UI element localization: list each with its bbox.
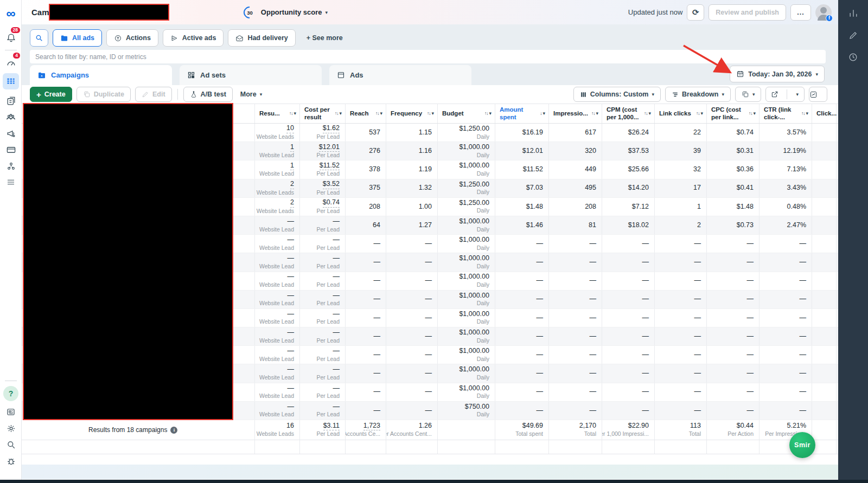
events-manager-share-icon[interactable] (0, 158, 22, 174)
column-menu-caret: ▾ (648, 111, 651, 116)
cell-results: —Website Lead (255, 364, 300, 382)
cell-spent: $49.69Total spent (495, 420, 549, 440)
cell-budget: $1,000.00Daily (438, 142, 495, 160)
tab-ads[interactable]: Ads (329, 65, 471, 85)
filter-all-ads-label: All ads (72, 34, 94, 42)
cell-ctr: 3.57% (760, 124, 812, 141)
breakdown-button[interactable]: Breakdown▾ (665, 87, 731, 102)
cell-link_clicks: 32 (655, 160, 707, 178)
column-header-cpm[interactable]: CPM (cost per 1,000...↑↓▾ (602, 104, 655, 123)
filter-actions[interactable]: Actions (106, 29, 158, 47)
opportunity-score-label[interactable]: Opportunity score (261, 8, 322, 16)
cell-reach: — (346, 327, 386, 345)
report-bug-icon[interactable] (0, 453, 22, 469)
cell-cost: —Per Lead (300, 327, 346, 345)
all-tools-menu-icon[interactable] (0, 174, 22, 190)
edit-pencil-icon[interactable] (848, 30, 858, 40)
cell-cpm: — (602, 291, 655, 308)
nav-divider (5, 381, 17, 381)
cell-clicks (812, 309, 837, 327)
audiences-people-icon[interactable] (0, 109, 22, 125)
column-header-clicks[interactable]: Click... (812, 104, 837, 123)
ab-test-button[interactable]: A/B test (183, 87, 233, 102)
columns-button[interactable]: Columns: Custom▾ (573, 87, 661, 102)
cell-cpc: — (707, 383, 760, 401)
filter-had-delivery[interactable]: Had delivery (228, 29, 295, 47)
refresh-button[interactable]: ⟳ (687, 4, 704, 21)
cell-spent: $1.46 (495, 216, 549, 234)
duplicate-button[interactable]: Duplicate (76, 87, 131, 102)
ads-manager-table-icon[interactable] (3, 73, 19, 89)
column-header-results[interactable]: Resu...↑↓▾ (255, 104, 300, 123)
insights-chart-icon[interactable] (848, 8, 859, 18)
cell-cost: —Per Lead (300, 364, 346, 382)
sort-icon: ↑↓ (749, 111, 752, 117)
smir-watermark-badge[interactable]: Smir (789, 432, 815, 458)
reports-icon (742, 91, 749, 98)
cell-frequency: 1.27 (386, 216, 438, 234)
date-range-button[interactable]: Today: Jan 30, 2026 ▾ (730, 66, 825, 82)
column-header-reach[interactable]: Reach↑↓▾ (346, 104, 386, 123)
export-button-group[interactable]: ▾ (765, 87, 805, 102)
review-publish-button[interactable]: Review and publish (709, 4, 786, 21)
filter-search-button[interactable] (30, 29, 48, 47)
create-button[interactable]: +Create (30, 87, 72, 102)
cell-impressions: — (549, 235, 602, 253)
edit-button[interactable]: Edit (135, 87, 172, 102)
column-header-budget[interactable]: Budget↑↓▾ (438, 104, 495, 123)
tab-ad-sets-label: Ad sets (200, 71, 226, 79)
cell-frequency: 1.15 (386, 124, 438, 141)
more-menu-button[interactable]: More▾ (240, 91, 262, 98)
notifications-bell-icon[interactable]: 28 (0, 29, 22, 46)
tab-campaigns[interactable]: Campaigns (30, 65, 172, 85)
search-filter-input[interactable] (30, 50, 826, 63)
cell-reach: — (346, 272, 386, 290)
settings-gear-icon[interactable] (0, 420, 22, 436)
column-header-cpc[interactable]: CPC (cost per link...↑↓▾ (707, 104, 760, 123)
column-header-impressions[interactable]: Impressio...↑↓▾ (549, 104, 602, 123)
chart-view-button[interactable] (809, 87, 827, 102)
column-header-cost[interactable]: Cost per result↑↓▾ (300, 104, 346, 123)
cell-results: —Website Lead (255, 402, 300, 420)
history-clock-icon[interactable] (848, 52, 858, 62)
cell-clicks (812, 216, 837, 234)
help-icon[interactable]: ? (0, 385, 22, 402)
column-header-frequency[interactable]: Frequency↑↓▾ (386, 104, 438, 123)
see-more-filters[interactable]: + See more (307, 34, 343, 42)
filter-all-ads[interactable]: All ads (53, 29, 102, 47)
cell-ctr: 7.13% (760, 160, 812, 178)
account-overview-gauge-icon[interactable]: 4 (0, 55, 22, 71)
cell-cost: $3.11Per Lead (300, 420, 346, 440)
avatar[interactable]: f (815, 4, 832, 21)
more-options-button[interactable]: ... (790, 4, 811, 21)
column-header-ctr[interactable]: CTR (link click-...↑↓▾ (760, 104, 812, 123)
column-menu-caret: ▾ (489, 111, 492, 116)
cell-cpm: — (602, 383, 655, 401)
cell-frequency: — (386, 235, 438, 253)
tab-ads-label: Ads (350, 71, 363, 79)
cell-link_clicks: — (655, 253, 707, 271)
billing-card-icon[interactable] (0, 141, 22, 158)
chevron-down-icon[interactable]: ▾ (326, 10, 328, 15)
cell-impressions: — (549, 291, 602, 308)
cell-impressions: — (549, 327, 602, 345)
date-range-label: Today: Jan 30, 2026 (748, 70, 812, 78)
reports-button[interactable]: ▾ (735, 87, 762, 102)
info-icon[interactable]: i (170, 427, 177, 434)
cell-ctr: — (760, 364, 812, 382)
column-menu-caret: ▾ (542, 111, 545, 116)
cell-cpm: $25.66 (602, 160, 655, 178)
cell-reach: — (346, 402, 386, 420)
pages-icon[interactable] (0, 93, 22, 109)
search-icon[interactable] (0, 436, 22, 453)
filter-active-ads[interactable]: Active ads (163, 29, 224, 47)
cell-cost: —Per Lead (300, 216, 346, 234)
updates-news-icon[interactable] (0, 404, 22, 420)
promotions-megaphone-icon[interactable] (0, 125, 22, 141)
column-menu-caret: ▾ (596, 111, 598, 116)
column-header-spent[interactable]: Amount spent↓▾ (495, 104, 549, 123)
column-menu-caret: ▾ (806, 111, 808, 116)
cell-budget: $1,000.00Daily (438, 383, 495, 401)
tab-ad-sets[interactable]: Ad sets (180, 65, 322, 85)
column-header-link_clicks[interactable]: Link clicks↑↓▾ (655, 104, 707, 123)
